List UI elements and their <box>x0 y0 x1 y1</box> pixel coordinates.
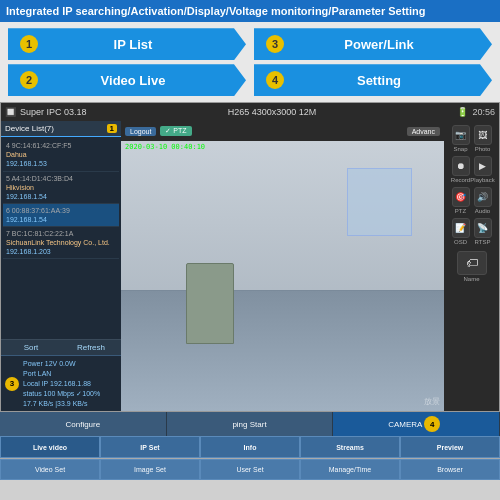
ipc-topbar: 🔲 Super IPC 03.18 H265 4300x3000 12M 🔋 2… <box>1 103 499 121</box>
right-controls-panel: 📷 Snap 🖼 Photo ⏺ Record ▶ Playback <box>444 121 499 411</box>
tab-manage-time[interactable]: Manage/Time <box>300 459 400 480</box>
bottom-panel: Configure ping Start CAMERA 4 Live video… <box>0 412 500 480</box>
ping-start-button[interactable]: ping Start <box>167 412 334 436</box>
record-icon: ⏺ <box>452 156 470 176</box>
osd-icon: 📝 <box>452 218 470 238</box>
device-actions: Sort Refresh <box>1 339 121 355</box>
device-panel: Device List(7) 1 4 9C:14:61:42:CF:F5 Dah… <box>1 121 121 411</box>
bottom-tabs-row1: Live video IP Set Info Streams Preview <box>0 436 500 458</box>
port-value: Port LAN <box>23 369 100 379</box>
speed-value: 17.7 KB/s |33.9 KB/s <box>23 399 100 409</box>
device-item-active[interactable]: 6 00:88:37:61:AA:39 192.168.1.54 <box>3 204 119 227</box>
header-title: Integrated IP searching/Activation/Displ… <box>6 5 426 17</box>
header-banner: Integrated IP searching/Activation/Displ… <box>0 0 500 22</box>
nav-badge-3: 3 <box>266 35 284 53</box>
nav-ip-list[interactable]: 1 IP List <box>8 28 246 60</box>
video-panel: Logout ✓ PTZ Advanc 2020-03-10 00:40:10 … <box>121 121 444 411</box>
device-ip: 192.168.1.53 <box>6 159 116 168</box>
ptz-button[interactable]: ✓ PTZ <box>160 126 191 136</box>
rtsp-button[interactable]: 📡 RTSP <box>473 218 493 245</box>
nav-video-live-label: Video Live <box>44 73 222 88</box>
snap-label: Snap <box>453 146 467 152</box>
device-num: 7 BC:1C:81:C2:22:1A <box>6 229 116 238</box>
device-num: 4 9C:14:61:42:CF:F5 <box>6 141 116 150</box>
camera-num-badge: 4 <box>424 416 440 432</box>
nav-setting[interactable]: 4 Setting <box>254 64 492 96</box>
room-floor <box>121 290 444 412</box>
tab-user-set[interactable]: User Set <box>200 459 300 480</box>
ipc-battery-icon: 🔋 <box>457 107 468 117</box>
video-toolbar: Logout ✓ PTZ Advanc <box>121 121 444 141</box>
device-item[interactable]: 5 A4:14:D1:4C:3B:D4 Hikvision 192.168.1.… <box>3 172 119 204</box>
refresh-button[interactable]: Refresh <box>61 340 121 355</box>
audio-icon: 🔊 <box>474 187 492 207</box>
device-ip: 192.168.1.203 <box>6 247 116 256</box>
ptz-ctrl-button[interactable]: 🎯 PTZ <box>451 187 471 214</box>
device-ip: 192.168.1.54 <box>6 192 116 201</box>
device-name: SichuanLink Technology Co., Ltd. <box>6 238 116 247</box>
playback-icon: ▶ <box>474 156 492 176</box>
playback-button[interactable]: ▶ Playback <box>473 156 493 183</box>
ipc-panel: 🔲 Super IPC 03.18 H265 4300x3000 12M 🔋 2… <box>0 102 500 412</box>
name-label: Name <box>463 276 479 282</box>
device-list-num: 1 <box>107 124 117 133</box>
bottom-tabs-row2: Video Set Image Set User Set Manage/Time… <box>0 458 500 480</box>
nav-row-bottom: 2 Video Live 4 Setting <box>8 64 492 96</box>
snap-icon: 📷 <box>452 125 470 145</box>
tab-ip-set[interactable]: IP Set <box>100 436 200 458</box>
logout-button[interactable]: Logout <box>125 127 156 136</box>
nav-row-top: 1 IP List 3 Power/Link <box>8 28 492 60</box>
tab-live-video[interactable]: Live video <box>0 436 100 458</box>
device-name: Dahua <box>6 150 116 159</box>
device-item[interactable]: 7 BC:1C:81:C2:22:1A SichuanLink Technolo… <box>3 227 119 259</box>
photo-label: Photo <box>475 146 491 152</box>
nav-power-link[interactable]: 3 Power/Link <box>254 28 492 60</box>
video-timestamp: 2020-03-10 00:40:10 <box>125 143 205 151</box>
nav-video-live[interactable]: 2 Video Live <box>8 64 246 96</box>
ipc-title: H265 4300x3000 12M <box>228 107 317 117</box>
device-item[interactable]: 4 9C:14:61:42:CF:F5 Dahua 192.168.1.53 <box>3 139 119 171</box>
advance-button[interactable]: Advanc <box>407 127 440 136</box>
tab-preview[interactable]: Preview <box>400 436 500 458</box>
nav-badge-1: 1 <box>20 35 38 53</box>
device-num: 5 A4:14:D1:4C:3B:D4 <box>6 174 116 183</box>
device-list-header: Device List(7) 1 <box>1 121 121 137</box>
device-name: Hikvision <box>6 183 116 192</box>
power-num-badge: 3 <box>5 377 19 391</box>
ptz-icon: 🎯 <box>452 187 470 207</box>
device-num: 6 00:88:37:61:AA:39 <box>6 206 116 215</box>
record-button[interactable]: ⏺ Record <box>451 156 471 183</box>
status-value: status 100 Mbps ✓100% <box>23 389 100 399</box>
tab-image-set[interactable]: Image Set <box>100 459 200 480</box>
power-value: Power 12V 0.0W <box>23 359 100 369</box>
tab-video-set[interactable]: Video Set <box>0 459 100 480</box>
bottom-toolbar: Configure ping Start CAMERA 4 <box>0 412 500 436</box>
ipc-topbar-left: 🔲 Super IPC 03.18 <box>5 107 87 117</box>
tab-browser[interactable]: Browser <box>400 459 500 480</box>
tab-info[interactable]: Info <box>200 436 300 458</box>
tab-streams[interactable]: Streams <box>300 436 400 458</box>
snap-button[interactable]: 📷 Snap <box>451 125 471 152</box>
configure-button[interactable]: Configure <box>0 412 167 436</box>
name-button[interactable]: 🏷 Name <box>450 251 494 282</box>
audio-button[interactable]: 🔊 Audio <box>473 187 493 214</box>
ipc-app-name: Super IPC 03.18 <box>20 107 87 117</box>
photo-icon: 🖼 <box>474 125 492 145</box>
power-details: Power 12V 0.0W Port LAN Local IP 192.168… <box>23 359 100 408</box>
ipc-time: 20:56 <box>472 107 495 117</box>
nav-badge-4: 4 <box>266 71 284 89</box>
ctrl-ptz-audio-row: 🎯 PTZ 🔊 Audio <box>451 187 493 214</box>
power-info: 3 Power 12V 0.0W Port LAN Local IP 192.1… <box>1 355 121 411</box>
ctrl-snap-photo-row: 📷 Snap 🖼 Photo <box>451 125 493 152</box>
sort-button[interactable]: Sort <box>1 340 61 355</box>
rtsp-icon: 📡 <box>474 218 492 238</box>
ptz-ctrl-label: PTZ <box>455 208 466 214</box>
video-area: 2020-03-10 00:40:10 放景 <box>121 141 444 411</box>
photo-button[interactable]: 🖼 Photo <box>473 125 493 152</box>
window-shape <box>347 168 412 236</box>
camera-button[interactable]: CAMERA 4 <box>333 412 500 436</box>
osd-button[interactable]: 📝 OSD <box>451 218 471 245</box>
door-shape <box>186 263 234 344</box>
device-ip: 192.168.1.54 <box>6 215 116 224</box>
room-ceiling-line <box>121 290 444 291</box>
